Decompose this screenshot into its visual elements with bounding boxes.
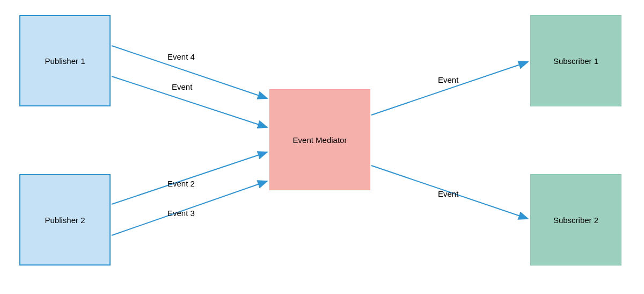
subscriber-2-box: Subscriber 2 <box>530 174 621 266</box>
publisher-2-label: Publisher 2 <box>45 216 85 225</box>
subscriber-1-label: Subscriber 1 <box>553 56 598 66</box>
publisher-2-box: Publisher 2 <box>19 174 111 266</box>
edge-label-p1-top: Event 4 <box>167 52 195 61</box>
edge-label-m-s1: Event <box>438 75 458 84</box>
publisher-1-box: Publisher 1 <box>19 15 111 106</box>
arrow-p2-top <box>112 152 267 204</box>
edge-label-m-s2: Event <box>438 189 458 198</box>
edge-label-p1-bottom: Event <box>172 82 192 91</box>
mediator-box: Event Mediator <box>269 89 370 190</box>
mediator-label: Event Mediator <box>293 135 347 145</box>
edge-label-p2-bottom: Event 3 <box>167 209 195 218</box>
arrow-m-s1 <box>371 62 528 115</box>
publisher-1-label: Publisher 1 <box>45 56 85 66</box>
subscriber-2-label: Subscriber 2 <box>553 216 598 225</box>
subscriber-1-box: Subscriber 1 <box>530 15 621 106</box>
edge-label-p2-top: Event 2 <box>167 179 195 188</box>
